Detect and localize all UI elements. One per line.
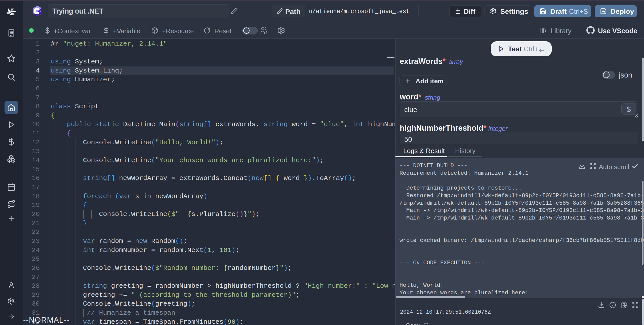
svg-text:#: #: [39, 9, 42, 13]
